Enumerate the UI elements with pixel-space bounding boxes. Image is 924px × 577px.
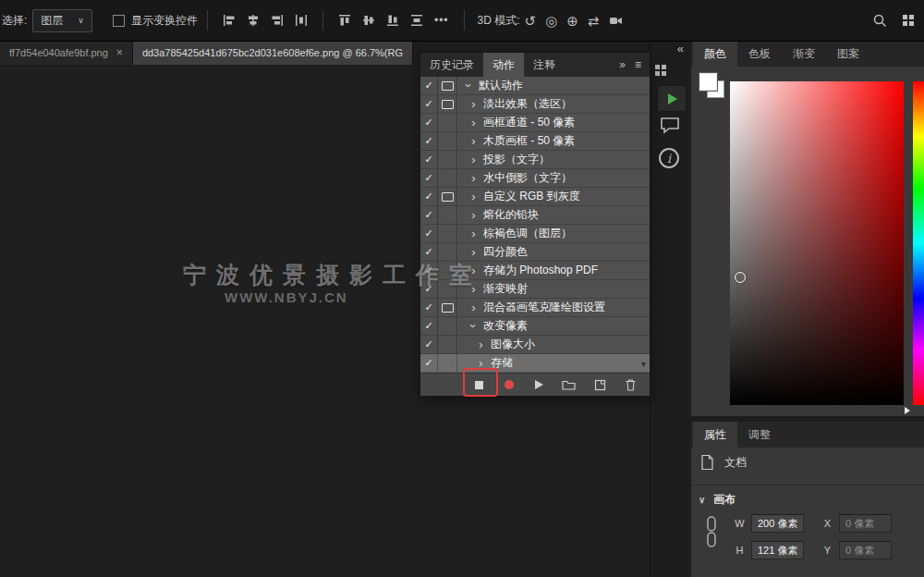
action-row[interactable]: ✓ › 图像大小 xyxy=(420,336,650,354)
action-toggle-checkbox[interactable]: ✓ xyxy=(420,188,438,205)
panel-tab[interactable]: 属性 xyxy=(693,422,737,448)
expand-chevron-icon[interactable]: › xyxy=(468,153,480,166)
expand-chevron-icon[interactable]: › xyxy=(475,338,487,350)
new-action-button[interactable] xyxy=(594,379,606,391)
panel-tab[interactable]: 注释 xyxy=(524,53,565,77)
action-toggle-checkbox[interactable]: ✓ xyxy=(420,299,438,316)
action-toggle-checkbox[interactable]: ✓ xyxy=(420,317,438,335)
hue-slider[interactable] xyxy=(913,81,924,405)
dialog-toggle[interactable] xyxy=(438,262,457,279)
scroll-down-icon[interactable]: ▾ xyxy=(641,359,646,369)
action-row[interactable]: ✓ › 存储 xyxy=(420,354,650,373)
show-transform-checkbox[interactable] xyxy=(113,15,125,27)
action-toggle-checkbox[interactable]: ✓ xyxy=(420,206,438,224)
more-options-button[interactable]: ••• xyxy=(434,14,449,27)
expand-chevron-icon[interactable]: › xyxy=(468,135,480,147)
dialog-toggle[interactable] xyxy=(438,243,457,261)
action-row[interactable]: ✓ › 投影（文字） xyxy=(420,151,650,169)
dialog-toggle[interactable] xyxy=(438,77,457,94)
align-right-button[interactable] xyxy=(265,10,289,31)
action-row[interactable]: ✓ › 水中倒影（文字） xyxy=(420,169,650,188)
record-button[interactable] xyxy=(505,380,514,389)
orbit-3d-icon[interactable]: ↺ xyxy=(525,14,537,28)
action-toggle-checkbox[interactable]: ✓ xyxy=(420,114,438,131)
canvas-section-header[interactable]: ∨ 画布 xyxy=(699,492,736,508)
align-bottom-button[interactable] xyxy=(381,10,405,31)
dialog-toggle[interactable] xyxy=(438,317,457,335)
action-toggle-checkbox[interactable]: ✓ xyxy=(420,77,438,94)
panel-tab[interactable]: 图案 xyxy=(826,41,870,67)
action-row[interactable]: ✓ › 画框通道 - 50 像素 xyxy=(420,114,650,132)
slide-3d-icon[interactable]: ⇄ xyxy=(588,14,600,28)
align-left-button[interactable] xyxy=(217,10,241,31)
panel-menu-icon[interactable]: ≡ xyxy=(635,58,641,71)
actions-dock-button[interactable] xyxy=(657,85,687,112)
align-top-button[interactable] xyxy=(333,10,357,31)
dialog-toggle[interactable] xyxy=(438,225,457,242)
dialog-toggle[interactable] xyxy=(438,169,457,187)
auto-select-target-dropdown[interactable]: 图层 ∨ xyxy=(32,9,92,32)
search-button[interactable] xyxy=(873,14,887,28)
expand-chevron-icon[interactable]: › xyxy=(468,246,480,258)
action-toggle-checkbox[interactable]: ✓ xyxy=(420,151,438,168)
expand-chevron-icon[interactable]: › xyxy=(463,80,475,92)
panel-tab[interactable]: 调整 xyxy=(737,422,782,448)
action-toggle-checkbox[interactable]: ✓ xyxy=(420,354,438,372)
action-row[interactable]: ✓ › 棕褐色调（图层） xyxy=(420,225,650,243)
dialog-toggle[interactable] xyxy=(438,354,457,372)
action-toggle-checkbox[interactable]: ✓ xyxy=(420,243,438,261)
align-center-horizontal-button[interactable] xyxy=(241,10,265,31)
workspace-switcher-button[interactable] xyxy=(902,14,915,27)
color-picker-handle[interactable] xyxy=(735,272,746,283)
y-input[interactable]: 0 像素 xyxy=(839,541,892,559)
panel-tab[interactable]: 色板 xyxy=(737,41,782,67)
info-dock-button[interactable]: i xyxy=(659,148,679,168)
panel-tab[interactable]: 颜色 xyxy=(693,41,737,67)
dialog-toggle[interactable] xyxy=(438,299,457,316)
expand-chevron-icon[interactable]: › xyxy=(468,320,480,332)
new-set-button[interactable] xyxy=(562,379,576,390)
dialog-toggle[interactable] xyxy=(438,151,457,168)
link-dimensions-button[interactable] xyxy=(706,516,717,547)
action-row[interactable]: ✓ › 存储为 Photoshop PDF xyxy=(420,262,650,280)
dialog-toggle[interactable] xyxy=(438,206,457,224)
pan-3d-icon[interactable]: ⊕ xyxy=(566,14,578,28)
distribute-horizontal-button[interactable] xyxy=(289,10,313,31)
expand-chevron-icon[interactable]: › xyxy=(468,190,480,203)
expand-chevron-icon[interactable]: › xyxy=(468,117,480,129)
close-icon[interactable]: × xyxy=(116,46,123,59)
expand-chevron-icon[interactable]: › xyxy=(468,227,480,239)
saturation-brightness-field[interactable] xyxy=(730,81,904,405)
distribute-vertical-button[interactable] xyxy=(405,10,429,31)
action-toggle-checkbox[interactable]: ✓ xyxy=(420,336,438,353)
camera-3d-button[interactable] xyxy=(603,10,627,31)
action-toggle-checkbox[interactable]: ✓ xyxy=(420,262,438,279)
action-row[interactable]: ✓ › 四分颜色 xyxy=(420,243,650,262)
dock-workspace-button[interactable] xyxy=(655,65,666,76)
action-toggle-checkbox[interactable]: ✓ xyxy=(420,280,438,298)
action-toggle-checkbox[interactable]: ✓ xyxy=(420,95,438,113)
action-toggle-checkbox[interactable]: ✓ xyxy=(420,169,438,187)
action-toggle-checkbox[interactable]: ✓ xyxy=(420,225,438,242)
dialog-toggle[interactable] xyxy=(438,132,457,150)
dialog-toggle[interactable] xyxy=(438,336,457,353)
expand-chevron-icon[interactable]: › xyxy=(468,98,480,110)
expand-chevron-icon[interactable]: › xyxy=(468,264,480,276)
x-input[interactable]: 0 像素 xyxy=(839,514,892,533)
dialog-toggle[interactable] xyxy=(438,114,457,131)
align-middle-vertical-button[interactable] xyxy=(357,10,381,31)
action-row[interactable]: ✓ › 熔化的铅块 xyxy=(420,206,650,225)
expand-chevron-icon[interactable]: › xyxy=(468,209,480,221)
panel-tab[interactable]: 渐变 xyxy=(782,41,826,67)
action-row[interactable]: ✓ › 自定义 RGB 到灰度 xyxy=(420,188,650,206)
dialog-toggle[interactable] xyxy=(438,188,457,205)
action-row[interactable]: ✓ › 默认动作 xyxy=(420,77,650,95)
panel-tab[interactable]: 历史记录 xyxy=(420,53,483,77)
hue-slider-arrow-icon[interactable] xyxy=(905,407,910,414)
expand-chevron-icon[interactable]: › xyxy=(468,172,480,184)
action-row[interactable]: ✓ › 渐变映射 xyxy=(420,280,650,299)
width-input[interactable]: 200 像素 xyxy=(751,514,804,533)
dialog-toggle[interactable] xyxy=(438,280,457,298)
document-tab-active[interactable]: dd3a785425d41d675bc2d031e608ef6e.png @ 6… xyxy=(133,41,413,65)
expand-dock-icon[interactable]: « xyxy=(677,42,684,55)
